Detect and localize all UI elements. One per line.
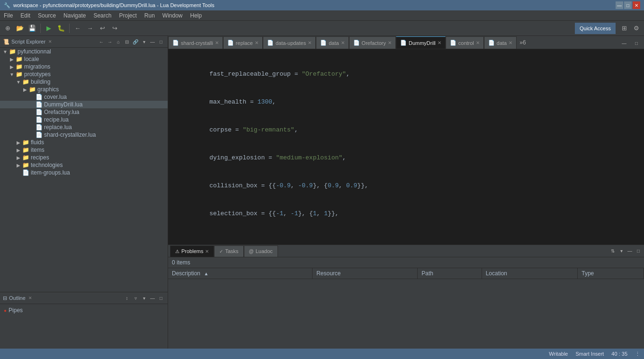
bottom-menu-btn[interactable]: ▾: [617, 247, 625, 255]
bottom-tab-tasks[interactable]: ✓ Tasks: [214, 245, 243, 257]
tree-item-building[interactable]: ▼ 📁 building: [0, 78, 168, 86]
tree-item-cover[interactable]: 📄 cover.lua: [0, 93, 168, 101]
tab-dummydrill[interactable]: 📄 DummyDrill ✕: [396, 36, 446, 49]
tab-icon-replace: 📄: [227, 40, 234, 46]
tab-close-data-updates[interactable]: ✕: [308, 40, 312, 45]
toolbar-debug[interactable]: 🐛: [55, 23, 67, 34]
tree-item-fluids[interactable]: ▶ 📁 fluids: [0, 139, 168, 146]
tree-label-graphics: graphics: [37, 86, 59, 93]
bottom-tab-problems[interactable]: ⚠ Problems ✕: [170, 245, 214, 257]
explorer-home-btn[interactable]: ⌂: [115, 38, 122, 45]
titlebar-label: workspace - pyfunctionnal/prototypes/bui…: [13, 2, 215, 8]
explorer-forward-btn[interactable]: →: [106, 38, 114, 45]
toolbar-back[interactable]: ←: [72, 23, 83, 34]
tab-close-data[interactable]: ✕: [341, 40, 345, 45]
editor-scroll[interactable]: fast_replaceable_group = "Orefactory", m…: [168, 49, 644, 245]
tree-item-recipe[interactable]: 📄 recipe.lua: [0, 116, 168, 123]
tree-item-orefactory[interactable]: 📄 Orefactory.lua: [0, 108, 168, 116]
editor-min-btn[interactable]: —: [618, 37, 630, 49]
bottom-min-btn[interactable]: —: [626, 247, 634, 255]
menu-help[interactable]: Help: [187, 11, 206, 20]
tab-data[interactable]: 📄 data ✕: [316, 36, 349, 49]
tab-close-control[interactable]: ✕: [476, 40, 480, 45]
menu-window[interactable]: Window: [159, 11, 187, 20]
outline-header: ⊟ Outline ✕ ↕ ▿ ▾ — □: [0, 292, 168, 304]
bottom-sync-btn[interactable]: ⇅: [609, 247, 617, 255]
menu-file[interactable]: File: [0, 11, 17, 20]
menu-edit[interactable]: Edit: [17, 11, 34, 20]
tree-item-items[interactable]: ▶ 📁 items: [0, 146, 168, 154]
tree-arrow-recipes: ▶: [15, 155, 22, 160]
tree-item-technologies[interactable]: ▶ 📁 technologies: [0, 161, 168, 169]
minimize-button[interactable]: —: [616, 1, 623, 9]
toolbar-run[interactable]: ▶: [43, 23, 54, 34]
editor-max-btn[interactable]: □: [631, 37, 642, 49]
toolbar-redo[interactable]: ↪: [109, 23, 120, 34]
folder-icon-technologies: 📁: [22, 162, 29, 168]
tree-item-recipes[interactable]: ▶ 📁 recipes: [0, 154, 168, 161]
toolbar-save[interactable]: 💾: [27, 23, 38, 34]
tab-data-updates[interactable]: 📄 data-updates ✕: [263, 36, 316, 49]
close-button[interactable]: ✕: [633, 1, 640, 9]
col-description[interactable]: Description ▲: [168, 268, 313, 279]
tab-close-data2[interactable]: ✕: [509, 40, 512, 45]
outline-filter-btn[interactable]: ▿: [132, 294, 139, 302]
tree-item-graphics[interactable]: ▶ 📁 graphics: [0, 86, 168, 93]
editor-area[interactable]: fast_replaceable_group = "Orefactory", m…: [168, 49, 644, 245]
tab-data2[interactable]: 📄 data ✕: [484, 36, 517, 49]
col-location[interactable]: Location: [482, 268, 578, 279]
tree-item-dummydrill[interactable]: 📄 DummyDrill.lua: [0, 101, 168, 108]
col-resource[interactable]: Resource: [313, 268, 418, 279]
tab-orefactory[interactable]: 📄 Orefactory ✕: [349, 36, 396, 49]
tab-shard-crystalli[interactable]: 📄 shard-crystalli ✕: [168, 36, 223, 49]
menu-search[interactable]: Search: [89, 11, 115, 20]
col-resource-label: Resource: [316, 270, 340, 277]
tree-item-prototypes[interactable]: ▼ 📁 prototypes: [0, 70, 168, 78]
tab-replace[interactable]: 📄 replace ✕: [223, 36, 263, 49]
menu-navigate[interactable]: Navigate: [60, 11, 89, 20]
outline-menu-btn[interactable]: ▾: [140, 294, 148, 302]
tree-item-shard-crystallizer[interactable]: 📄 shard-crystallizer.lua: [0, 131, 168, 139]
tab-control[interactable]: 📄 control ✕: [446, 36, 484, 49]
tree-item-pyfunctionnal[interactable]: ▼ 📁 pyfunctionnal: [0, 48, 168, 55]
toolbar-forward[interactable]: →: [84, 23, 96, 34]
bottom-max-btn[interactable]: □: [635, 247, 642, 255]
explorer-link-btn[interactable]: 🔗: [132, 38, 139, 45]
tree-arrow-items: ▶: [15, 148, 22, 153]
tab-more[interactable]: »6: [517, 39, 528, 46]
outline-max-btn[interactable]: □: [157, 294, 165, 302]
explorer-menu-btn[interactable]: ▾: [140, 38, 148, 45]
bottom-tab-luadoc[interactable]: @ Luadoc: [244, 245, 278, 257]
tree-item-migrations[interactable]: ▶ 📁 migrations: [0, 63, 168, 70]
tree-item-replace[interactable]: 📄 replace.lua: [0, 123, 168, 131]
col-type[interactable]: Type: [578, 268, 644, 279]
quick-access-button[interactable]: Quick Access: [575, 23, 616, 34]
explorer-min-btn[interactable]: —: [149, 38, 156, 45]
menu-project[interactable]: Project: [115, 11, 140, 20]
tree-label-cover: cover.lua: [44, 94, 67, 100]
tree-item-locale[interactable]: ▶ 📁 locale: [0, 55, 168, 63]
outline-min-btn[interactable]: —: [149, 294, 156, 302]
outline-item-pipes[interactable]: ● Pipes: [0, 306, 168, 315]
problems-count: 0 items: [172, 259, 190, 266]
problems-close[interactable]: ✕: [205, 249, 209, 254]
outline-sort-btn[interactable]: ↕: [123, 294, 131, 302]
toolbar-undo[interactable]: ↩: [97, 23, 108, 34]
tab-close-shard-crystalli[interactable]: ✕: [215, 40, 219, 45]
tab-close-orefactory[interactable]: ✕: [388, 40, 392, 45]
explorer-back-btn[interactable]: ←: [98, 38, 105, 45]
explorer-max-btn[interactable]: □: [157, 38, 165, 45]
tab-close-replace[interactable]: ✕: [255, 40, 259, 45]
menu-run[interactable]: Run: [141, 11, 159, 20]
window-controls[interactable]: — □ ✕: [616, 1, 640, 9]
explorer-collapse-btn[interactable]: ⊟: [123, 38, 131, 45]
menu-source[interactable]: Source: [34, 11, 60, 20]
toolbar-new[interactable]: ⊕: [2, 23, 13, 34]
toolbar-persp[interactable]: ⚙: [631, 23, 642, 34]
toolbar-layout[interactable]: ⊞: [618, 23, 630, 34]
maximize-button[interactable]: □: [624, 1, 632, 9]
toolbar-open[interactable]: 📂: [14, 23, 26, 34]
tree-item-item-groups[interactable]: 📄 item-groups.lua: [0, 169, 168, 176]
col-path[interactable]: Path: [418, 268, 482, 279]
tab-close-dummydrill[interactable]: ✕: [438, 40, 441, 45]
